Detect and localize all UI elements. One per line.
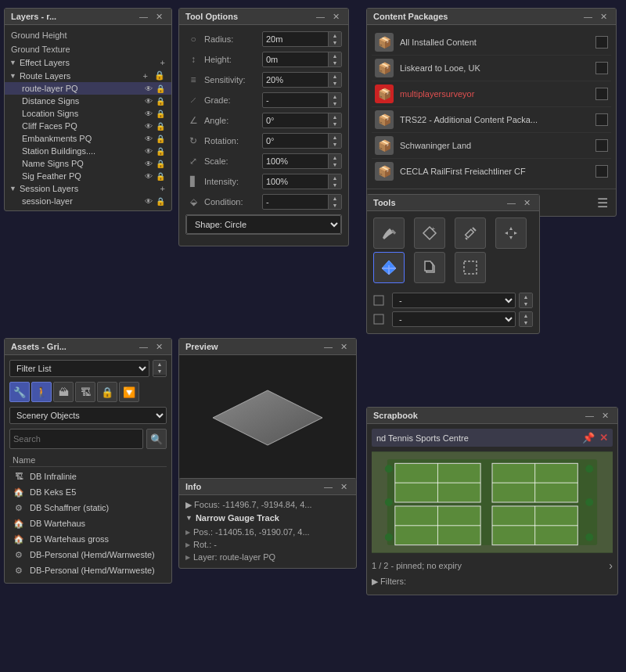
- angle-down[interactable]: ▼: [329, 120, 341, 128]
- schwaninger-checkbox[interactable]: [595, 139, 608, 152]
- location-signs-lock[interactable]: 🔒: [156, 110, 165, 118]
- search-icon-btn[interactable]: 🔍: [146, 429, 167, 449]
- condition-up[interactable]: ▲: [329, 195, 341, 202]
- layers-minimize-btn[interactable]: —: [137, 13, 150, 21]
- sensitivity-up[interactable]: ▲: [329, 73, 341, 80]
- content-item-trs22[interactable]: 📦 TRS22 - Additional Content Packa...: [372, 107, 611, 133]
- name-signs-eye[interactable]: 👁: [145, 160, 153, 168]
- object-triangle[interactable]: ▼: [185, 514, 192, 522]
- condition-input[interactable]: [263, 196, 328, 208]
- asset-item-db-keks[interactable]: 🏠 DB Keks E5: [9, 484, 167, 500]
- distance-signs-lock[interactable]: 🔒: [156, 97, 165, 106]
- content-minimize-btn[interactable]: —: [581, 13, 595, 21]
- layer-item-distance-signs[interactable]: Distance Signs 👁 🔒: [5, 95, 171, 107]
- sig-feather-lock[interactable]: 🔒: [156, 172, 165, 181]
- layer-triangle[interactable]: ▶: [185, 554, 190, 561]
- asset-item-db-schaffner[interactable]: ⚙ DB Schaffner (static): [9, 500, 167, 516]
- layer-item-sig-feather[interactable]: Sig Feather PQ 👁 🔒: [5, 170, 171, 182]
- assets-close-btn[interactable]: ✕: [153, 343, 165, 351]
- content-item-liskeard[interactable]: 📦 Liskeard to Looe, UK: [372, 56, 611, 81]
- tool-options-close[interactable]: ✕: [330, 13, 342, 21]
- sensitivity-down[interactable]: ▼: [329, 80, 341, 87]
- tool-select[interactable]: [455, 252, 486, 283]
- route-pq-lock[interactable]: 🔒: [156, 84, 165, 93]
- rotation-input[interactable]: [263, 135, 328, 147]
- info-close-btn[interactable]: ✕: [338, 483, 350, 491]
- tool-dropdown-2[interactable]: -: [392, 311, 516, 327]
- effect-layers-triangle[interactable]: ▼: [9, 59, 16, 66]
- filters-triangle[interactable]: ▶: [372, 577, 378, 586]
- grade-input[interactable]: [263, 94, 328, 106]
- content-item-schwaninger[interactable]: 📦 Schwaninger Land: [372, 133, 611, 159]
- embankments-eye[interactable]: 👁: [145, 135, 153, 143]
- rotation-down[interactable]: ▼: [329, 141, 341, 148]
- layer-item-route-pq[interactable]: route-layer PQ 👁 🔒: [5, 82, 171, 95]
- info-header[interactable]: Info — ✕: [179, 479, 356, 495]
- asset-icon-mountain[interactable]: 🏔: [53, 382, 74, 402]
- asset-item-db-wartehaus[interactable]: 🏠 DB Wartehaus: [9, 516, 167, 531]
- effect-layers-add[interactable]: +: [159, 58, 167, 67]
- height-input[interactable]: [263, 53, 328, 66]
- tool-add-object[interactable]: +: [414, 217, 445, 249]
- layer-item-name-signs[interactable]: Name Signs PQ 👁 🔒: [5, 157, 171, 170]
- asset-icon-filter[interactable]: 🔽: [119, 382, 139, 402]
- sig-feather-eye[interactable]: 👁: [145, 172, 153, 181]
- layer-item-cliff-faces[interactable]: Cliff Faces PQ 👁 🔒: [5, 120, 171, 132]
- preview-close-btn[interactable]: ✕: [338, 343, 350, 351]
- height-down[interactable]: ▼: [329, 59, 341, 66]
- angle-up[interactable]: ▲: [329, 113, 341, 120]
- scrapbook-minimize-btn[interactable]: —: [583, 411, 596, 420]
- all-installed-checkbox[interactable]: [595, 36, 608, 49]
- scrapbook-next-btn[interactable]: ›: [609, 559, 613, 572]
- layers-panel-header[interactable]: Layers - r... — ✕: [5, 9, 171, 25]
- scrapbook-pin-btn[interactable]: 📌: [582, 432, 595, 444]
- asset-item-db-personal1[interactable]: ⚙ DB-Personal (Hemd/Warnweste): [9, 547, 167, 562]
- layer-item-session[interactable]: session-layer 👁 🔒: [5, 195, 171, 207]
- category-select[interactable]: Scenery Objects: [9, 407, 167, 424]
- dd2-down[interactable]: ▼: [520, 319, 532, 326]
- content-packages-header[interactable]: Content Packages — ✕: [367, 9, 616, 25]
- radius-down[interactable]: ▼: [329, 39, 341, 46]
- location-signs-eye[interactable]: 👁: [145, 110, 153, 118]
- assets-header[interactable]: Assets - Gri... — ✕: [5, 339, 171, 355]
- intensity-input[interactable]: [263, 175, 328, 188]
- preview-header[interactable]: Preview — ✕: [179, 339, 356, 355]
- shape-select[interactable]: Shape: Circle: [186, 215, 341, 234]
- tool-eyedropper[interactable]: [455, 217, 486, 249]
- session-lock[interactable]: 🔒: [156, 197, 165, 206]
- name-signs-lock[interactable]: 🔒: [156, 160, 165, 168]
- tool-options-minimize[interactable]: —: [314, 13, 327, 21]
- angle-input[interactable]: [263, 114, 328, 127]
- layer-item-embankments[interactable]: Embankments PQ 👁 🔒: [5, 132, 171, 145]
- asset-item-db-wartehaus-gross[interactable]: 🏠 DB Wartehaus gross: [9, 531, 167, 547]
- content-close-btn[interactable]: ✕: [598, 13, 610, 21]
- dd1-up[interactable]: ▲: [520, 293, 532, 300]
- cliff-faces-lock[interactable]: 🔒: [156, 122, 165, 131]
- asset-icon-person[interactable]: 🚶: [31, 382, 52, 402]
- tool-place[interactable]: [373, 252, 405, 283]
- scrapbook-close-btn[interactable]: ✕: [599, 411, 611, 420]
- content-item-all-installed[interactable]: 📦 All Installed Content: [372, 30, 611, 56]
- scale-input[interactable]: [263, 155, 328, 167]
- distance-signs-eye[interactable]: 👁: [145, 97, 153, 106]
- filter-select[interactable]: Filter List: [9, 360, 149, 377]
- focus-triangle[interactable]: ▶: [185, 500, 192, 509]
- route-layers-group[interactable]: ▼ Route Layers + 🔒: [5, 69, 171, 82]
- tools-close-btn[interactable]: ✕: [521, 199, 533, 207]
- trs22-checkbox[interactable]: [595, 113, 608, 126]
- grade-down[interactable]: ▼: [329, 100, 341, 107]
- embankments-lock[interactable]: 🔒: [156, 135, 165, 143]
- search-input[interactable]: [9, 429, 143, 449]
- layer-item-station-buildings[interactable]: Station Buildings.... 👁 🔒: [5, 145, 171, 157]
- intensity-up[interactable]: ▲: [329, 174, 341, 181]
- route-layers-add[interactable]: +: [142, 71, 149, 81]
- rotation-up[interactable]: ▲: [329, 134, 341, 141]
- tools-minimize-btn[interactable]: —: [505, 199, 518, 207]
- dd1-down[interactable]: ▼: [520, 300, 532, 307]
- session-layers-group[interactable]: ▼ Session Layers +: [5, 182, 171, 195]
- route-layers-triangle[interactable]: ▼: [9, 72, 16, 80]
- asset-icon-building[interactable]: 🏗: [75, 382, 95, 402]
- radius-input[interactable]: [263, 33, 328, 45]
- route-layers-lock[interactable]: 🔒: [153, 70, 167, 81]
- pos-triangle[interactable]: ▶: [185, 529, 190, 536]
